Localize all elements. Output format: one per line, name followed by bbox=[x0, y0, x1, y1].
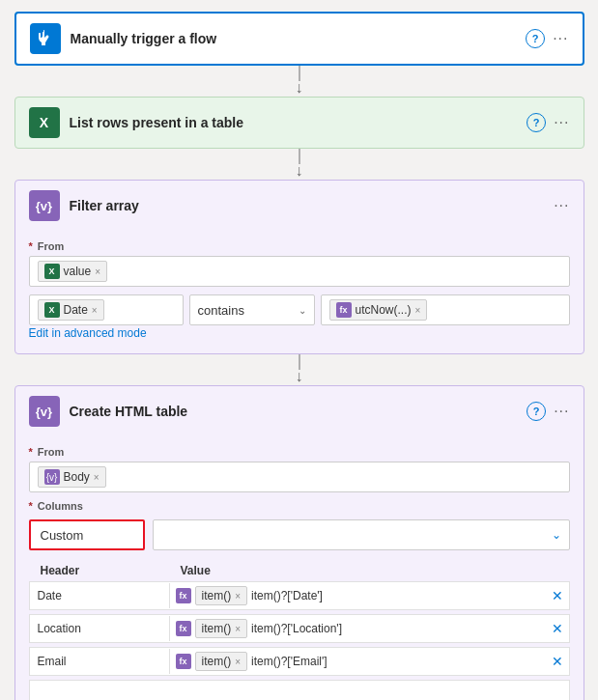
filter-from-input[interactable]: X value × bbox=[29, 256, 570, 287]
filter-left-token-icon: X bbox=[44, 302, 60, 318]
html-table-icon: {v} bbox=[29, 396, 60, 427]
col-header-label: Header bbox=[33, 560, 173, 581]
html-table-title: Create HTML table bbox=[70, 404, 518, 419]
filter-from-token: X value × bbox=[38, 261, 108, 282]
excel-more-icon[interactable]: ··· bbox=[554, 114, 569, 131]
filter-operator-chevron: ⌄ bbox=[299, 305, 306, 316]
empty-row bbox=[29, 680, 570, 700]
table-headers: Header Value bbox=[29, 560, 570, 581]
row-email-delete[interactable]: ✕ bbox=[546, 650, 569, 673]
filter-right-token-close[interactable]: × bbox=[415, 305, 421, 316]
row-date-fx-icon: fx bbox=[176, 588, 191, 603]
row-email-item-close[interactable]: × bbox=[235, 657, 241, 667]
filter-array-title: Filter array bbox=[70, 198, 545, 213]
manual-trigger-header: Manually trigger a flow ? ··· bbox=[16, 14, 583, 64]
columns-dropdown[interactable]: ⌄ bbox=[153, 519, 570, 550]
arrow-2: ↓ bbox=[296, 149, 303, 180]
excel-header: X List rows present in a table ? ··· bbox=[15, 98, 584, 148]
row-email-header: Email bbox=[30, 649, 170, 674]
row-location-delete[interactable]: ✕ bbox=[546, 617, 569, 640]
filter-condition-row: X Date × contains ⌄ fx utcNow(...) × bbox=[29, 294, 570, 325]
html-from-input[interactable]: {v} Body × bbox=[29, 462, 570, 492]
filter-right-input[interactable]: fx utcNow(...) × bbox=[321, 294, 570, 325]
filter-right-token: fx utcNow(...) × bbox=[329, 299, 428, 321]
table-row: Date fx item() × item()?['Date'] ✕ bbox=[29, 581, 570, 610]
columns-chevron-icon: ⌄ bbox=[552, 528, 561, 542]
manual-trigger-actions: ? ··· bbox=[526, 29, 568, 48]
filter-from-label: * From bbox=[29, 240, 570, 252]
edit-advanced-link[interactable]: Edit in advanced mode bbox=[29, 326, 147, 340]
row-email-item-token: item() × bbox=[195, 652, 248, 671]
row-location-value-text: item()?['Location'] bbox=[251, 622, 342, 635]
html-table-header: {v} Create HTML table ? ··· bbox=[15, 386, 584, 436]
row-location-fx-icon: fx bbox=[176, 621, 191, 636]
row-location-item-token: item() × bbox=[195, 619, 248, 638]
row-location-value[interactable]: fx item() × item()?['Location'] bbox=[170, 615, 546, 642]
excel-help-icon[interactable]: ? bbox=[527, 113, 546, 132]
excel-actions: ? ··· bbox=[527, 113, 569, 132]
html-from-token: {v} Body × bbox=[38, 466, 106, 488]
html-columns-label: * Columns bbox=[29, 500, 570, 512]
filter-array-icon: {v} bbox=[29, 190, 60, 221]
row-date-header: Date bbox=[30, 583, 170, 608]
html-from-label: * From bbox=[29, 446, 570, 458]
filter-left-token: X Date × bbox=[38, 299, 104, 321]
filter-array-card: {v} Filter array ··· * From X value × bbox=[14, 180, 584, 354]
row-date-item-token: item() × bbox=[195, 586, 248, 605]
filter-left-token-close[interactable]: × bbox=[92, 305, 98, 316]
excel-card: X List rows present in a table ? ··· bbox=[14, 97, 584, 149]
html-from-token-close[interactable]: × bbox=[94, 472, 100, 483]
filter-right-token-icon: fx bbox=[336, 302, 352, 318]
row-location-header: Location bbox=[30, 616, 170, 641]
arrow-head-1: ↓ bbox=[296, 79, 303, 97]
html-table-card: {v} Create HTML table ? ··· * From {v} B… bbox=[14, 385, 584, 700]
filter-from-token-icon: X bbox=[44, 264, 60, 279]
row-date-value-text: item()?['Date'] bbox=[251, 589, 323, 602]
row-location-item-close[interactable]: × bbox=[235, 624, 241, 634]
columns-custom-input[interactable]: Custom bbox=[29, 519, 145, 550]
html-table-more-icon[interactable]: ··· bbox=[554, 403, 569, 420]
excel-icon: X bbox=[29, 107, 60, 138]
filter-from-token-close[interactable]: × bbox=[95, 266, 100, 277]
row-email-value-text: item()?['Email'] bbox=[251, 655, 327, 668]
filter-array-actions: ··· bbox=[554, 197, 569, 214]
row-date-delete[interactable]: ✕ bbox=[546, 584, 569, 607]
manual-trigger-icon bbox=[30, 23, 61, 54]
excel-title: List rows present in a table bbox=[70, 115, 518, 130]
table-row: Location fx item() × item()?['Location']… bbox=[29, 614, 570, 643]
flow-container: Manually trigger a flow ? ··· ↓ X List r… bbox=[12, 12, 586, 700]
html-table-actions: ? ··· bbox=[527, 402, 569, 421]
table-row: Email fx item() × item()?['Email'] ✕ bbox=[29, 647, 570, 676]
row-date-item-close[interactable]: × bbox=[235, 591, 241, 602]
manual-trigger-more-icon[interactable]: ··· bbox=[553, 30, 568, 47]
row-email-fx-icon: fx bbox=[176, 654, 191, 669]
col-value-label: Value bbox=[173, 560, 566, 581]
arrow-head-2: ↓ bbox=[296, 162, 303, 180]
arrow-1: ↓ bbox=[296, 66, 303, 97]
manual-trigger-help-icon[interactable]: ? bbox=[526, 29, 545, 48]
html-table-help-icon[interactable]: ? bbox=[527, 402, 546, 421]
manual-trigger-card: Manually trigger a flow ? ··· bbox=[14, 12, 584, 66]
filter-array-more-icon[interactable]: ··· bbox=[554, 197, 569, 214]
filter-array-header: {v} Filter array ··· bbox=[15, 181, 584, 231]
filter-left-input[interactable]: X Date × bbox=[29, 294, 184, 325]
columns-row: Custom ⌄ bbox=[29, 519, 570, 550]
row-email-value[interactable]: fx item() × item()?['Email'] bbox=[170, 648, 546, 675]
filter-array-body: * From X value × X Date × co bbox=[15, 231, 584, 353]
filter-operator-dropdown[interactable]: contains ⌄ bbox=[189, 294, 315, 325]
html-table-body: * From {v} Body × * Columns Custom bbox=[15, 436, 584, 700]
arrow-head-3: ↓ bbox=[296, 368, 303, 385]
manual-trigger-title: Manually trigger a flow bbox=[71, 31, 517, 46]
html-from-token-icon: {v} bbox=[44, 469, 60, 485]
arrow-3: ↓ bbox=[296, 354, 303, 385]
row-date-value[interactable]: fx item() × item()?['Date'] bbox=[170, 582, 546, 609]
